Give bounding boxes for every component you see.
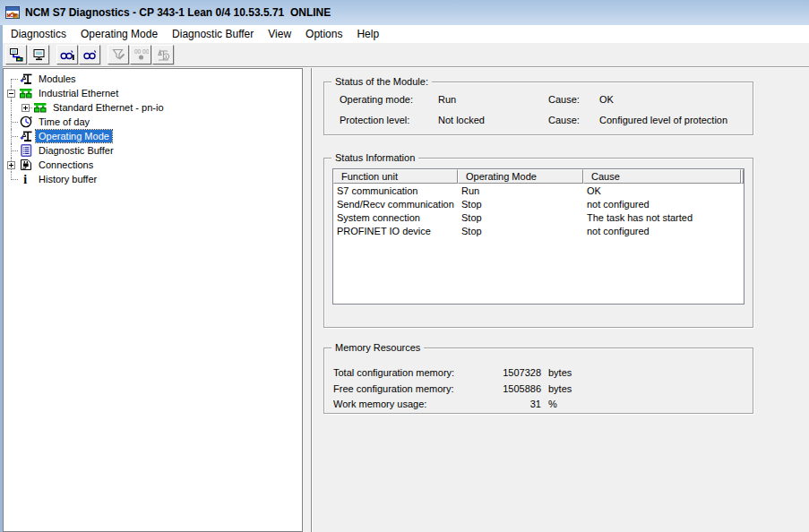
cell-function-unit: S7 communication bbox=[333, 185, 458, 196]
cell-cause: not configured bbox=[583, 199, 741, 210]
plug-icon bbox=[18, 158, 33, 172]
tree-label: Time of day bbox=[36, 116, 92, 128]
memory-unit: % bbox=[548, 399, 557, 409]
protection-level-value: Not locked bbox=[438, 115, 485, 125]
column-header-operating-mode[interactable]: Operating Mode bbox=[458, 169, 583, 184]
tree-connector bbox=[4, 143, 18, 158]
table-row[interactable]: Send/Recv communication Stop not configu… bbox=[333, 197, 744, 210]
tree-item-operating-mode[interactable]: Operating Mode bbox=[4, 129, 302, 143]
glasses-icon bbox=[82, 47, 98, 62]
panel-splitter[interactable] bbox=[303, 68, 311, 532]
tree-label: Modules bbox=[36, 73, 79, 85]
status-of-module-group: Status of the Module: Operating mode: Ru… bbox=[323, 82, 753, 135]
expand-expander[interactable] bbox=[22, 104, 30, 112]
open-online-view-button[interactable] bbox=[28, 45, 49, 64]
toolbar: 00 00 i bbox=[3, 43, 809, 67]
memory-label: Free configuration memory: bbox=[333, 383, 454, 394]
cell-function-unit: System connection bbox=[333, 212, 458, 223]
menu-options[interactable]: Options bbox=[298, 25, 349, 43]
list-icon bbox=[18, 143, 33, 158]
clock-digits-icon: 00 00 bbox=[133, 47, 149, 62]
memory-value: 31 bbox=[457, 399, 541, 409]
cause-label: Cause: bbox=[548, 115, 580, 125]
pc-module-online-icon bbox=[9, 47, 24, 62]
filter-pencil-icon bbox=[111, 47, 126, 62]
tree-label: History buffer bbox=[36, 173, 99, 185]
cell-cause: not configured bbox=[583, 226, 741, 236]
memory-value: 1507328 bbox=[457, 367, 541, 378]
protection-level-label: Protection level: bbox=[340, 115, 409, 125]
group-title: Status Information bbox=[331, 152, 418, 164]
tree-connector bbox=[4, 129, 18, 143]
table-row[interactable]: PROFINET IO device Stop not configured bbox=[333, 224, 744, 237]
tree-connector bbox=[4, 72, 18, 86]
svg-text:NCM: NCM bbox=[7, 13, 17, 18]
detail-panel: Status of the Module: Operating mode: Ru… bbox=[311, 68, 809, 532]
cell-function-unit: PROFINET IO device bbox=[333, 226, 458, 236]
status-information-table: Function unit Operating Mode Cause S7 co… bbox=[332, 168, 744, 305]
edit-filter-button[interactable] bbox=[108, 45, 129, 64]
info-i-icon: i bbox=[18, 172, 33, 186]
main-content: Modules Industrial Ethernet bbox=[3, 67, 809, 532]
column-header-cause[interactable]: Cause bbox=[583, 169, 741, 184]
tree-label-selected: Operating Mode bbox=[36, 130, 112, 142]
menu-diagnostic-buffer[interactable]: Diagnostic Buffer bbox=[165, 25, 261, 43]
table-row[interactable]: S7 communication Run OK bbox=[333, 184, 744, 197]
tree-label: Connections bbox=[36, 159, 96, 171]
tree-item-history-buffer[interactable]: i History buffer bbox=[4, 172, 302, 186]
tree-label: Standard Ethernet - pn-io bbox=[50, 101, 167, 114]
tree-connector bbox=[4, 115, 18, 129]
operating-mode-row: Operating mode: Run Cause: OK bbox=[324, 94, 753, 107]
expand-expander[interactable] bbox=[7, 161, 15, 169]
tree-connector bbox=[4, 172, 18, 186]
window-body: Diagnostics Operating Mode Diagnostic Bu… bbox=[0, 25, 809, 532]
memory-resources-group: Memory Resources Total configuration mem… bbox=[323, 348, 753, 414]
table-row[interactable]: System connection Stop The task has not … bbox=[333, 210, 744, 224]
titlebar: NCM NCM S7 Diagnostics - CP 343-1 Lean 0… bbox=[0, 0, 809, 25]
menu-help[interactable]: Help bbox=[349, 25, 386, 43]
online-connection-button[interactable] bbox=[5, 45, 27, 64]
tree-connector bbox=[18, 100, 32, 115]
tree-item-connections[interactable]: Connections bbox=[4, 158, 302, 172]
tree-item-industrial-ethernet[interactable]: Industrial Ethernet bbox=[4, 86, 302, 100]
memory-unit: bytes bbox=[548, 367, 572, 378]
operating-mode-value: Run bbox=[438, 94, 456, 105]
monitor-icon bbox=[31, 47, 47, 62]
tree-connector bbox=[4, 86, 18, 100]
menu-operating-mode[interactable]: Operating Mode bbox=[73, 25, 165, 43]
tree-label: Diagnostic Buffer bbox=[36, 144, 116, 157]
tree-item-standard-ethernet-pn-io[interactable]: Standard Ethernet - pn-io bbox=[4, 100, 302, 115]
tree-item-diagnostic-buffer[interactable]: Diagnostic Buffer bbox=[4, 143, 302, 158]
memory-unit: bytes bbox=[548, 383, 572, 394]
cell-function-unit: Send/Recv communication bbox=[333, 199, 458, 210]
tree-connector bbox=[4, 100, 18, 115]
collapse-expander[interactable] bbox=[7, 90, 15, 98]
cyclic-update-button[interactable] bbox=[56, 45, 78, 64]
total-config-memory-row: Total configuration memory: 1507328 byte… bbox=[324, 367, 753, 380]
single-update-button[interactable] bbox=[79, 45, 100, 64]
glasses-pause-icon bbox=[60, 47, 75, 62]
svg-text:i: i bbox=[23, 173, 27, 186]
group-title: Status of the Module: bbox=[331, 76, 432, 88]
menu-view[interactable]: View bbox=[261, 25, 298, 43]
set-time-of-day-button[interactable]: 00 00 bbox=[130, 45, 151, 64]
cell-operating-mode: Stop bbox=[458, 226, 583, 236]
tree-label: Industrial Ethernet bbox=[36, 87, 121, 99]
work-memory-usage-row: Work memory usage: 31 % bbox=[324, 399, 753, 411]
operating-mode-label: Operating mode: bbox=[340, 94, 413, 105]
scale-icon bbox=[18, 129, 33, 143]
tree-item-time-of-day[interactable]: Time of day bbox=[4, 115, 302, 129]
menubar: Diagnostics Operating Mode Diagnostic Bu… bbox=[3, 25, 809, 43]
cell-cause: OK bbox=[583, 185, 741, 196]
scale-icon bbox=[18, 72, 33, 86]
module-information-button[interactable]: i bbox=[152, 45, 174, 64]
svg-text:00 00: 00 00 bbox=[134, 48, 149, 55]
diagnostics-tree: Modules Industrial Ethernet bbox=[3, 68, 303, 532]
cell-operating-mode: Run bbox=[458, 185, 583, 196]
column-header-function-unit[interactable]: Function unit bbox=[333, 169, 458, 184]
tree-item-modules[interactable]: Modules bbox=[4, 72, 302, 86]
scale-info-icon: i bbox=[156, 47, 171, 62]
menu-diagnostics[interactable]: Diagnostics bbox=[4, 25, 73, 43]
clock-icon bbox=[18, 115, 33, 129]
cause-value: OK bbox=[599, 94, 614, 105]
